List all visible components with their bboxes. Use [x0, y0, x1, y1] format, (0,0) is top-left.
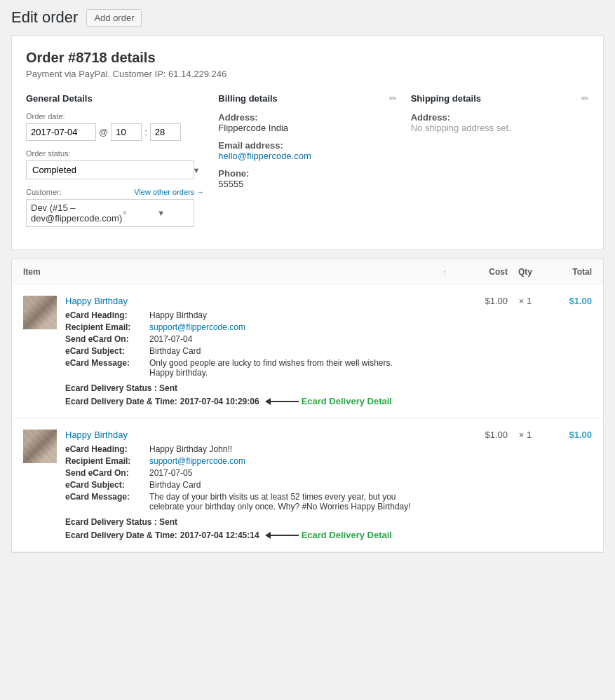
item-1-thumbnail — [23, 296, 57, 329]
order-status-select[interactable]: Completed Pending payment Processing On … — [26, 160, 194, 179]
billing-address-value: Flippercode India — [218, 123, 396, 133]
order-date-label: Order date: — [26, 112, 204, 121]
item-2-message-value: The day of your birth visits us at least… — [149, 492, 416, 512]
item-1-send-on-label: Send eCard On: — [65, 334, 149, 344]
item-2-arrow-area — [265, 532, 299, 539]
order-time-minute-input[interactable] — [150, 123, 181, 141]
add-order-button[interactable]: Add order — [86, 9, 142, 27]
item-1-message-row: eCard Message: Only good people are luck… — [65, 358, 452, 378]
order-status-label: Order status: — [26, 149, 204, 158]
shipping-section-label: Shipping details — [411, 93, 481, 104]
order-time-hour-input[interactable] — [111, 123, 142, 141]
item-1-recipient-email-link[interactable]: support@flippercode.com — [149, 322, 245, 332]
item-1-recipient-email-value: support@flippercode.com — [149, 322, 245, 332]
shipping-edit-icon[interactable]: ✏ — [581, 93, 589, 104]
customer-select-box[interactable]: Dev (#15 –dev@flippercode.com) × ▼ — [26, 199, 194, 227]
item-2-name-link[interactable]: Happy Birthday — [65, 430, 452, 440]
item-2-subject-value: Birthday Card — [149, 480, 201, 490]
item-1-delivery-date-row: Ecard Delivery Date & Time: 2017-07-04 1… — [65, 396, 452, 406]
item-2-ecard-heading-row: eCard Heading: Happy Birthday John!! — [65, 444, 452, 454]
customer-field: Customer: View other orders → Dev (#15 –… — [26, 188, 204, 227]
customer-remove-icon[interactable]: × — [122, 208, 154, 218]
shipping-details-section: Shipping details ✏ Address: No shipping … — [411, 93, 589, 235]
item-1-qty: × 1 — [508, 296, 543, 306]
general-details-section: General Details Order date: @ : Order st… — [26, 93, 204, 235]
order-status-select-wrapper: Completed Pending payment Processing On … — [26, 160, 204, 179]
item-1-message-label: eCard Message: — [65, 358, 149, 378]
item-2-message-label: eCard Message: — [65, 492, 149, 512]
item-1-arrow-head-icon — [265, 398, 271, 405]
item-1-recipient-email-label: Recipient Email: — [65, 322, 149, 332]
customer-chevron-icon: ▼ — [157, 209, 189, 217]
item-1-ecard-heading-label: eCard Heading: — [65, 310, 149, 320]
order-date-input[interactable] — [26, 123, 96, 141]
view-other-orders-link[interactable]: View other orders → — [134, 188, 204, 196]
billing-email-value: hello@flippercode.com — [218, 151, 396, 161]
page-title: Edit order — [11, 8, 78, 27]
item-2-recipient-email-label: Recipient Email: — [65, 456, 149, 466]
item-1-send-on-value: 2017-07-04 — [149, 334, 192, 344]
billing-email-label: Email address: — [218, 140, 396, 151]
page-header: Edit order Add order — [0, 0, 615, 35]
items-table-header: Item ↑ Cost Qty Total — [12, 259, 603, 284]
item-2-total: $1.00 — [543, 430, 592, 440]
item-2-recipient-email-value: support@flippercode.com — [149, 456, 245, 466]
shipping-section-header: Shipping details ✏ — [411, 93, 589, 104]
item-2-subject-row: eCard Subject: Birthday Card — [65, 480, 452, 490]
item-2-send-on-value: 2017-07-05 — [149, 468, 192, 478]
customer-label: Customer: — [26, 188, 62, 196]
billing-details-section: Billing details ✏ Address: Flippercode I… — [218, 93, 396, 235]
item-2-delivery-date-value: 2017-07-04 12:45:14 — [180, 530, 259, 540]
item-2-delivery-status: Ecard Delivery Status : Sent — [65, 517, 452, 527]
col-sort-header: ↑ — [438, 266, 452, 277]
billing-address-label: Address: — [218, 112, 396, 123]
col-cost-header: Cost — [452, 267, 508, 277]
item-2-recipient-email-link[interactable]: support@flippercode.com — [149, 456, 245, 466]
shipping-address-value: No shipping address set. — [411, 123, 589, 133]
item-1-ecard-detail-label: Ecard Delivery Detail — [302, 396, 392, 406]
item-2-ecard-heading-value: Happy Birthday John!! — [149, 444, 232, 454]
item-1-arrow-area — [265, 398, 299, 405]
item-2-cost: $1.00 — [452, 430, 508, 440]
billing-email-link[interactable]: hello@flippercode.com — [218, 151, 311, 161]
item-1-name-link[interactable]: Happy Birthday — [65, 296, 452, 306]
item-2-details: Happy Birthday eCard Heading: Happy Birt… — [65, 430, 452, 540]
item-2-arrow-head-icon — [265, 532, 271, 539]
items-table-card: Item ↑ Cost Qty Total Happy Birthday eCa… — [11, 259, 604, 553]
item-1-pricing: $1.00 × 1 $1.00 — [452, 296, 592, 306]
item-1-delivery-date-label: Ecard Delivery Date & Time: — [65, 397, 177, 406]
item-2-qty: × 1 — [508, 430, 543, 440]
order-date-field: Order date: @ : — [26, 112, 204, 141]
item-1-delivery-date-value: 2017-07-04 10:29:06 — [180, 397, 259, 406]
customer-value: Dev (#15 –dev@flippercode.com) — [31, 203, 122, 224]
item-1-recipient-email-row: Recipient Email: support@flippercode.com — [65, 322, 452, 332]
colon-separator: : — [144, 127, 147, 137]
customer-row: Customer: View other orders → — [26, 188, 204, 196]
billing-section-header: Billing details ✏ — [218, 93, 396, 104]
item-2-send-on-label: Send eCard On: — [65, 468, 149, 478]
billing-phone-value: 55555 — [218, 179, 396, 189]
item-2-recipient-email-row: Recipient Email: support@flippercode.com — [65, 456, 452, 466]
col-qty-header: Qty — [508, 267, 543, 277]
item-2-subject-label: eCard Subject: — [65, 480, 149, 490]
billing-edit-icon[interactable]: ✏ — [389, 93, 397, 104]
item-2-delivery-date-row: Ecard Delivery Date & Time: 2017-07-04 1… — [65, 530, 452, 540]
order-details-card: Order #8718 details Payment via PayPal. … — [11, 35, 604, 250]
item-2-pricing: $1.00 × 1 $1.00 — [452, 430, 592, 440]
sort-icon: ↑ — [442, 268, 447, 276]
item-2-arrow-line — [271, 535, 299, 536]
item-1-subject-value: Birthday Card — [149, 346, 201, 356]
item-1-details: Happy Birthday eCard Heading: Happy Birt… — [65, 296, 452, 406]
col-item-header: Item — [23, 267, 438, 277]
general-section-label: General Details — [26, 93, 204, 104]
item-1-message-value: Only good people are lucky to find wishe… — [149, 358, 416, 378]
item-1-cost: $1.00 — [452, 296, 508, 306]
item-2-ecard-detail-label: Ecard Delivery Detail — [302, 530, 392, 540]
details-grid: General Details Order date: @ : Order st… — [26, 93, 589, 235]
item-1-subject-row: eCard Subject: Birthday Card — [65, 346, 452, 356]
item-1-total: $1.00 — [543, 296, 592, 306]
date-input-group: @ : — [26, 123, 204, 141]
item-1-ecard-heading-value: Happy Birthday — [149, 310, 207, 320]
item-1-delivery-status: Ecard Delivery Status : Sent — [65, 383, 452, 393]
item-1-subject-label: eCard Subject: — [65, 346, 149, 356]
